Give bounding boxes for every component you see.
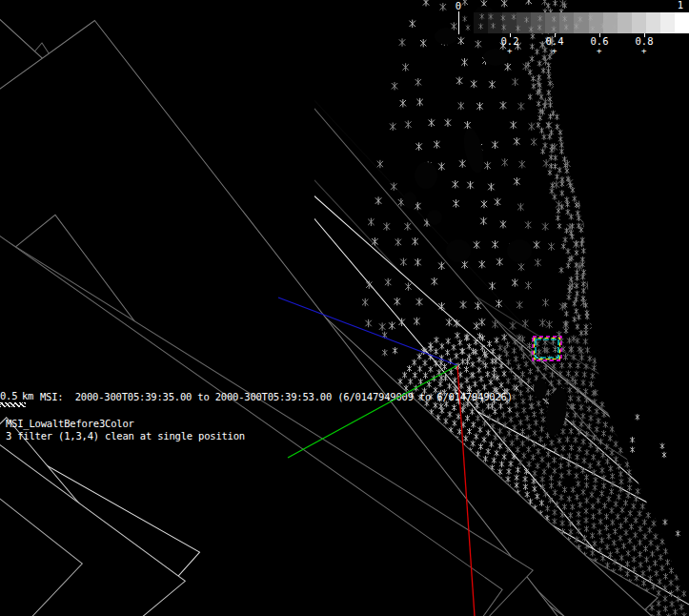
asteroid-3d-view[interactable] <box>0 0 689 616</box>
scale-bar-unit: km <box>22 390 33 401</box>
scale-bar-rule <box>0 402 26 407</box>
dataset-name: MSI_LowaltBefore3Color <box>6 418 134 429</box>
status-line: MSI: 2000-300T05:39:35.00 to 2000-300T05… <box>40 391 513 402</box>
filter-description: 3 filter (1,3,4) clean at single positio… <box>6 430 245 441</box>
msi-3d-viewer-window: 0.5 km MSI: 2000-300T05:39:35.00 to 2000… <box>0 0 689 616</box>
scale-bar-value: 0.5 <box>0 390 17 401</box>
